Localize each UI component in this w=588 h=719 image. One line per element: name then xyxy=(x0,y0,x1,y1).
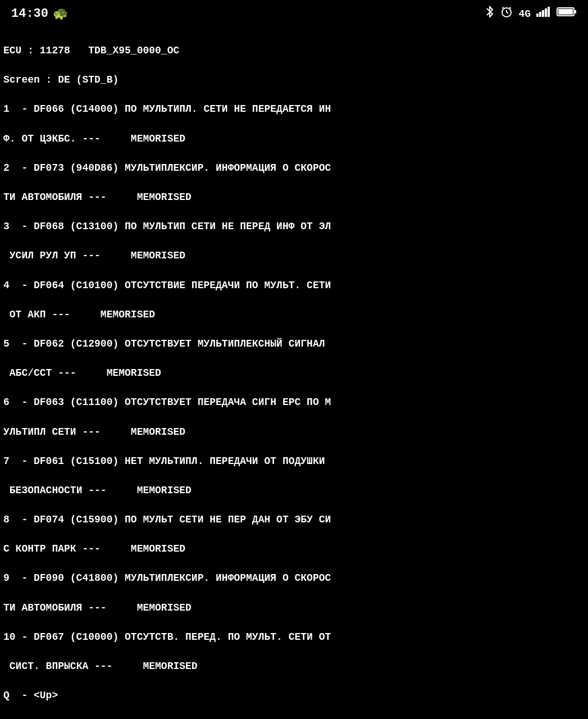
terminal-line-23: Q - <Up> xyxy=(3,690,58,701)
svg-rect-11 xyxy=(558,9,573,15)
terminal-line-12: АБС/ССТ --- MEMORISED xyxy=(3,367,161,379)
svg-rect-6 xyxy=(539,12,541,17)
terminal-line-1: ECU : 11278 TDB_X95_0000_OC xyxy=(3,45,179,56)
terminal-line-3: 1 - DF066 (C14000) ПО МУЛЬТИПЛ. СЕТИ НЕ … xyxy=(3,103,331,115)
terminal-line-2: Screen : DE (STD_B) xyxy=(3,74,118,85)
terminal-line-13: 6 - DF063 (C11100) ОТСУТСТВУЕТ ПЕРЕДАЧА … xyxy=(3,397,331,408)
terminal-line-4: Ф. ОТ ЦЭКБС. --- MEMORISED xyxy=(3,133,185,144)
battery-icon xyxy=(557,7,577,21)
time-emoji: 🐢 xyxy=(53,6,68,21)
svg-line-3 xyxy=(502,7,504,8)
terminal-line-15: 7 - DF061 (C15100) НЕТ МУЛЬТИПЛ. ПЕРЕДАЧ… xyxy=(3,456,325,467)
terminal-line-17: 8 - DF074 (C15900) ПО МУЛЬТ СЕТИ НЕ ПЕР … xyxy=(3,514,331,525)
terminal-line-21: 10 - DF067 (C10000) ОТСУТСТВ. ПЕРЕД. ПО … xyxy=(3,631,331,643)
terminal-output: ECU : 11278 TDB_X95_0000_OC Screen : DE … xyxy=(0,26,588,719)
svg-line-2 xyxy=(507,12,508,13)
terminal-line-14: УЛЬТИПЛ СЕТИ --- MEMORISED xyxy=(3,426,185,438)
time-display: 14:30 xyxy=(11,7,48,21)
terminal-line-11: 5 - DF062 (C12900) ОТСУТСТВУЕТ МУЛЬТИПЛЕ… xyxy=(3,338,325,349)
status-bar-right: 4G xyxy=(485,6,577,22)
svg-rect-8 xyxy=(545,8,547,17)
bluetooth-icon xyxy=(485,6,495,22)
alarm-icon xyxy=(500,6,513,22)
terminal-line-8: УСИЛ РУЛ УП --- MEMORISED xyxy=(3,250,185,261)
terminal-line-18: С КОНТР ПАРК --- MEMORISED xyxy=(3,543,185,554)
terminal-line-7: 3 - DF068 (C13100) ПО МУЛЬТИП СЕТИ НЕ ПЕ… xyxy=(3,221,331,232)
svg-rect-9 xyxy=(548,7,550,17)
terminal-line-16: БЕЗОПАСНОСТИ --- MEMORISED xyxy=(3,485,192,496)
terminal-line-19: 9 - DF090 (C41800) МУЛЬТИПЛЕКСИР. ИНФОРМ… xyxy=(3,572,331,584)
svg-rect-7 xyxy=(542,10,544,17)
svg-line-4 xyxy=(509,7,511,8)
terminal-line-22: СИСТ. ВПРЫСКА --- MEMORISED xyxy=(3,661,198,672)
terminal-line-5: 2 - DF073 (940D86) МУЛЬТИПЛЕКСИР. ИНФОРМ… xyxy=(3,162,331,174)
svg-rect-12 xyxy=(574,10,576,13)
status-bar: 14:30 🐢 4G xyxy=(0,0,588,26)
terminal-line-20: ТИ АВТОМОБИЛЯ --- MEMORISED xyxy=(3,602,192,613)
svg-rect-5 xyxy=(536,13,539,17)
signal-bars-icon xyxy=(536,7,551,21)
status-bar-left: 14:30 🐢 xyxy=(11,6,68,21)
terminal-line-9: 4 - DF064 (C10100) ОТСУТСТВИЕ ПЕРЕДАЧИ П… xyxy=(3,280,331,291)
network-label: 4G xyxy=(518,8,531,20)
terminal-line-6: ТИ АВТОМОБИЛЯ --- MEMORISED xyxy=(3,192,192,203)
terminal-line-10: ОТ АКП --- MEMORISED xyxy=(3,309,155,320)
